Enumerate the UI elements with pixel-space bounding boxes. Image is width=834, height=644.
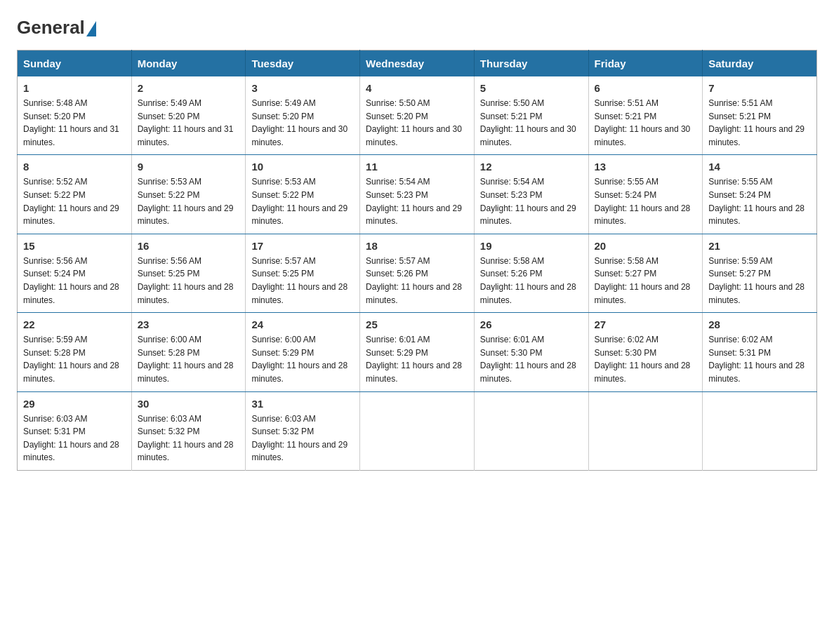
weekday-header-wednesday: Wednesday: [360, 51, 475, 77]
day-number: 14: [708, 161, 811, 173]
day-number: 3: [251, 82, 354, 94]
day-info: Sunrise: 5:55 AM Sunset: 5:24 PM Dayligh…: [595, 175, 697, 227]
day-info: Sunrise: 5:50 AM Sunset: 5:21 PM Dayligh…: [480, 97, 583, 149]
day-info: Sunrise: 5:49 AM Sunset: 5:20 PM Dayligh…: [138, 97, 240, 149]
calendar-cell: 2 Sunrise: 5:49 AM Sunset: 5:20 PM Dayli…: [131, 76, 246, 155]
weekday-header-monday: Monday: [131, 51, 246, 77]
weekday-header-sunday: Sunday: [18, 51, 132, 77]
calendar-cell: 19 Sunrise: 5:58 AM Sunset: 5:26 PM Dayl…: [474, 234, 588, 312]
day-info: Sunrise: 6:02 AM Sunset: 5:31 PM Dayligh…: [708, 333, 811, 385]
calendar-cell: 11 Sunrise: 5:54 AM Sunset: 5:23 PM Dayl…: [360, 155, 475, 234]
day-number: 15: [23, 240, 126, 252]
day-number: 9: [138, 161, 240, 173]
day-number: 10: [251, 161, 354, 173]
calendar-week-row: 8 Sunrise: 5:52 AM Sunset: 5:22 PM Dayli…: [18, 155, 817, 234]
day-number: 31: [251, 398, 354, 410]
day-info: Sunrise: 5:48 AM Sunset: 5:20 PM Dayligh…: [23, 97, 126, 149]
day-info: Sunrise: 5:50 AM Sunset: 5:20 PM Dayligh…: [366, 97, 468, 149]
calendar-cell: 26 Sunrise: 6:01 AM Sunset: 5:30 PM Dayl…: [474, 313, 588, 391]
day-info: Sunrise: 5:57 AM Sunset: 5:26 PM Dayligh…: [366, 255, 468, 307]
day-number: 8: [23, 161, 126, 173]
day-number: 1: [23, 82, 126, 94]
calendar-cell: 31 Sunrise: 6:03 AM Sunset: 5:32 PM Dayl…: [246, 391, 360, 470]
day-number: 28: [708, 318, 811, 330]
day-info: Sunrise: 5:56 AM Sunset: 5:25 PM Dayligh…: [138, 255, 240, 307]
weekday-header-thursday: Thursday: [474, 51, 588, 77]
day-number: 29: [23, 398, 126, 410]
calendar-cell: 29 Sunrise: 6:03 AM Sunset: 5:31 PM Dayl…: [18, 391, 132, 470]
day-number: 30: [138, 398, 240, 410]
day-number: 20: [595, 240, 697, 252]
day-info: Sunrise: 6:02 AM Sunset: 5:30 PM Dayligh…: [595, 333, 697, 385]
calendar-cell: 7 Sunrise: 5:51 AM Sunset: 5:21 PM Dayli…: [703, 76, 817, 155]
day-info: Sunrise: 5:58 AM Sunset: 5:26 PM Dayligh…: [480, 255, 583, 307]
day-number: 25: [366, 318, 468, 330]
calendar-cell: [703, 391, 817, 470]
weekday-header-tuesday: Tuesday: [246, 51, 360, 77]
calendar-cell: 9 Sunrise: 5:53 AM Sunset: 5:22 PM Dayli…: [131, 155, 246, 234]
calendar-cell: 10 Sunrise: 5:53 AM Sunset: 5:22 PM Dayl…: [246, 155, 360, 234]
day-number: 21: [708, 240, 811, 252]
day-info: Sunrise: 5:59 AM Sunset: 5:27 PM Dayligh…: [708, 255, 811, 307]
day-info: Sunrise: 5:58 AM Sunset: 5:27 PM Dayligh…: [595, 255, 697, 307]
calendar-week-row: 1 Sunrise: 5:48 AM Sunset: 5:20 PM Dayli…: [18, 76, 817, 155]
day-info: Sunrise: 6:00 AM Sunset: 5:28 PM Dayligh…: [138, 333, 240, 385]
calendar-cell: 25 Sunrise: 6:01 AM Sunset: 5:29 PM Dayl…: [360, 313, 475, 391]
day-number: 22: [23, 318, 126, 330]
weekday-header-saturday: Saturday: [703, 51, 817, 77]
calendar-cell: 15 Sunrise: 5:56 AM Sunset: 5:24 PM Dayl…: [18, 234, 132, 312]
weekday-header-row: SundayMondayTuesdayWednesdayThursdayFrid…: [18, 51, 817, 77]
day-number: 7: [708, 82, 811, 94]
day-info: Sunrise: 5:54 AM Sunset: 5:23 PM Dayligh…: [480, 175, 583, 227]
day-number: 11: [366, 161, 468, 173]
day-info: Sunrise: 6:03 AM Sunset: 5:32 PM Dayligh…: [138, 412, 240, 464]
day-number: 27: [595, 318, 697, 330]
day-info: Sunrise: 5:51 AM Sunset: 5:21 PM Dayligh…: [595, 97, 697, 149]
calendar-cell: 16 Sunrise: 5:56 AM Sunset: 5:25 PM Dayl…: [131, 234, 246, 312]
day-info: Sunrise: 5:59 AM Sunset: 5:28 PM Dayligh…: [23, 333, 126, 385]
calendar-cell: 14 Sunrise: 5:55 AM Sunset: 5:24 PM Dayl…: [703, 155, 817, 234]
logo: General: [17, 17, 96, 39]
day-info: Sunrise: 6:03 AM Sunset: 5:32 PM Dayligh…: [251, 412, 354, 464]
day-number: 26: [480, 318, 583, 330]
calendar-cell: 5 Sunrise: 5:50 AM Sunset: 5:21 PM Dayli…: [474, 76, 588, 155]
weekday-header-friday: Friday: [588, 51, 703, 77]
calendar-cell: 18 Sunrise: 5:57 AM Sunset: 5:26 PM Dayl…: [360, 234, 475, 312]
day-info: Sunrise: 5:55 AM Sunset: 5:24 PM Dayligh…: [708, 175, 811, 227]
calendar-week-row: 22 Sunrise: 5:59 AM Sunset: 5:28 PM Dayl…: [18, 313, 817, 391]
day-info: Sunrise: 6:03 AM Sunset: 5:31 PM Dayligh…: [23, 412, 126, 464]
day-number: 24: [251, 318, 354, 330]
calendar-cell: 30 Sunrise: 6:03 AM Sunset: 5:32 PM Dayl…: [131, 391, 246, 470]
calendar-table: SundayMondayTuesdayWednesdayThursdayFrid…: [17, 50, 817, 471]
calendar-cell: 8 Sunrise: 5:52 AM Sunset: 5:22 PM Dayli…: [18, 155, 132, 234]
calendar-cell: 21 Sunrise: 5:59 AM Sunset: 5:27 PM Dayl…: [703, 234, 817, 312]
logo-general-text: General: [17, 17, 85, 39]
day-number: 23: [138, 318, 240, 330]
day-number: 19: [480, 240, 583, 252]
calendar-cell: 13 Sunrise: 5:55 AM Sunset: 5:24 PM Dayl…: [588, 155, 703, 234]
page-header: General: [17, 17, 817, 39]
calendar-cell: 23 Sunrise: 6:00 AM Sunset: 5:28 PM Dayl…: [131, 313, 246, 391]
day-number: 18: [366, 240, 468, 252]
calendar-cell: [360, 391, 475, 470]
day-info: Sunrise: 5:52 AM Sunset: 5:22 PM Dayligh…: [23, 175, 126, 227]
day-number: 6: [595, 82, 697, 94]
calendar-cell: 24 Sunrise: 6:00 AM Sunset: 5:29 PM Dayl…: [246, 313, 360, 391]
day-info: Sunrise: 5:53 AM Sunset: 5:22 PM Dayligh…: [251, 175, 354, 227]
calendar-week-row: 15 Sunrise: 5:56 AM Sunset: 5:24 PM Dayl…: [18, 234, 817, 312]
calendar-cell: 17 Sunrise: 5:57 AM Sunset: 5:25 PM Dayl…: [246, 234, 360, 312]
day-number: 4: [366, 82, 468, 94]
day-info: Sunrise: 5:56 AM Sunset: 5:24 PM Dayligh…: [23, 255, 126, 307]
day-info: Sunrise: 5:49 AM Sunset: 5:20 PM Dayligh…: [251, 97, 354, 149]
day-number: 17: [251, 240, 354, 252]
day-number: 5: [480, 82, 583, 94]
day-info: Sunrise: 5:57 AM Sunset: 5:25 PM Dayligh…: [251, 255, 354, 307]
calendar-cell: 22 Sunrise: 5:59 AM Sunset: 5:28 PM Dayl…: [18, 313, 132, 391]
calendar-cell: 3 Sunrise: 5:49 AM Sunset: 5:20 PM Dayli…: [246, 76, 360, 155]
calendar-cell: 6 Sunrise: 5:51 AM Sunset: 5:21 PM Dayli…: [588, 76, 703, 155]
day-number: 16: [138, 240, 240, 252]
calendar-cell: 1 Sunrise: 5:48 AM Sunset: 5:20 PM Dayli…: [18, 76, 132, 155]
day-info: Sunrise: 6:00 AM Sunset: 5:29 PM Dayligh…: [251, 333, 354, 385]
calendar-week-row: 29 Sunrise: 6:03 AM Sunset: 5:31 PM Dayl…: [18, 391, 817, 470]
calendar-cell: 12 Sunrise: 5:54 AM Sunset: 5:23 PM Dayl…: [474, 155, 588, 234]
